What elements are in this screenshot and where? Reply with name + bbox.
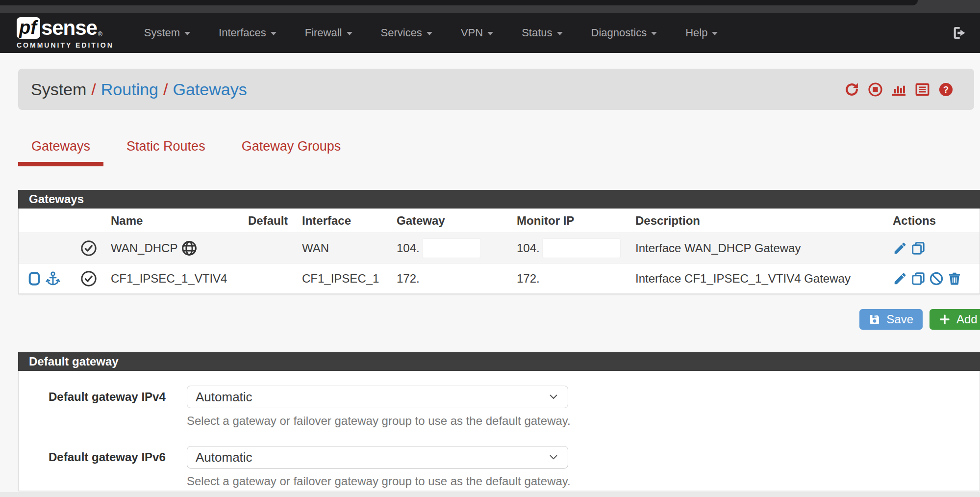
col-gateway: Gateway [392, 209, 512, 233]
logo-registered-mark: ® [98, 31, 102, 37]
nav-item-interfaces[interactable]: Interfaces [219, 26, 276, 39]
globe-icon [181, 240, 197, 256]
table-buttons-row: Save Add [0, 309, 980, 330]
col-leading [19, 209, 72, 233]
nav-item-diagnostics[interactable]: Diagnostics [591, 26, 657, 39]
square-icon[interactable] [28, 272, 40, 286]
col-monitor-ip: Monitor IP [512, 209, 630, 233]
pfsense-logo[interactable]: pf sense ® COMMUNITY EDITION [17, 17, 114, 49]
nav-item-label: Help [685, 26, 707, 39]
stop-icon[interactable] [868, 82, 883, 97]
ipv4-select-value: Automatic [196, 390, 252, 405]
nav-item-label: System [144, 26, 180, 39]
breadcrumb-action-icons: ? [844, 82, 961, 97]
col-actions: Actions [888, 209, 980, 233]
status-online-icon [80, 270, 97, 287]
nav-item-system[interactable]: System [144, 26, 190, 39]
save-button[interactable]: Save [859, 309, 923, 330]
ipv6-select-value: Automatic [196, 450, 252, 465]
tab-gateway-groups[interactable]: Gateway Groups [228, 132, 354, 166]
gateways-panel-title: Gateways [18, 190, 980, 209]
default-gateway-ipv6-select[interactable]: Automatic [187, 446, 568, 469]
col-description: Description [630, 209, 888, 233]
edit-icon[interactable] [893, 271, 907, 286]
nav-item-label: Firewall [305, 26, 342, 39]
monitor-ip: 104. [517, 241, 540, 255]
chart-icon[interactable] [891, 82, 906, 97]
nav-item-status[interactable]: Status [522, 26, 562, 39]
delete-icon[interactable] [947, 271, 962, 286]
redacted-ip-mask [543, 239, 620, 258]
nav-item-label: Interfaces [219, 26, 266, 39]
cell-name: WAN_DHCP [106, 233, 243, 263]
ipv6-label: Default gateway IPv6 [19, 446, 187, 491]
nav-item-vpn[interactable]: VPN [461, 26, 493, 39]
nav-item-help[interactable]: Help [685, 26, 718, 39]
breadcrumb-link-gateways[interactable]: Gateways [173, 80, 247, 99]
nav-item-services[interactable]: Services [381, 26, 432, 39]
breadcrumb-separator: / [91, 80, 96, 99]
edit-icon[interactable] [893, 241, 907, 256]
form-row-ipv4: Default gateway IPv4 Automatic Select a … [19, 371, 980, 431]
cell-monitor-ip: 104. [512, 233, 630, 263]
sign-out-icon[interactable] [952, 25, 967, 41]
gateways-panel: Gateways Name Default Interface Gateway … [18, 190, 980, 294]
cell-default [243, 233, 297, 263]
add-button-label: Add [956, 313, 978, 326]
cell-status [72, 263, 106, 294]
default-gateway-ipv4-select[interactable]: Automatic [187, 386, 568, 408]
gateway-ip: 104. [397, 241, 420, 255]
cell-actions [888, 233, 980, 263]
cell-monitor-ip: 172. [512, 263, 630, 294]
tab-gateways[interactable]: Gateways [18, 132, 103, 166]
form-row-ipv6: Default gateway IPv6 Automatic Select a … [19, 431, 980, 491]
col-name: Name [106, 209, 243, 233]
breadcrumb-bar: System / Routing / Gateways ? [18, 69, 974, 110]
chevron-down-icon [487, 32, 493, 35]
cell-description: Interface WAN_DHCP Gateway [630, 233, 888, 263]
cell-description: Interface CF1_IPSEC_1_VTIV4 Gateway [630, 263, 888, 294]
chevron-down-icon [184, 32, 190, 35]
redacted-ip-mask [423, 239, 480, 258]
logo-pf-box: pf [17, 17, 40, 39]
logo-edition-text: COMMUNITY EDITION [17, 42, 114, 49]
anchor-icon [45, 271, 61, 287]
window-bottom-edge [0, 492, 980, 497]
cell-name: CF1_IPSEC_1_VTIV4 [106, 263, 243, 294]
chevron-down-icon [347, 32, 352, 35]
cell-leading [19, 263, 72, 294]
nav-item-firewall[interactable]: Firewall [305, 26, 352, 39]
cell-interface: WAN [297, 233, 392, 263]
tab-static-routes[interactable]: Static Routes [113, 132, 219, 166]
chevron-down-icon [651, 32, 657, 35]
status-online-icon [80, 240, 97, 257]
plus-icon [939, 314, 951, 325]
chevron-down-icon [549, 454, 558, 460]
browser-tab [0, 0, 918, 5]
add-button[interactable]: Add [930, 309, 980, 330]
ipv4-help-text: Select a gateway or failover gateway gro… [187, 414, 980, 428]
browser-chrome [0, 0, 980, 13]
disable-icon[interactable] [929, 271, 944, 286]
chevron-down-icon [712, 32, 718, 35]
default-gateway-panel-title: Default gateway [18, 352, 980, 371]
log-icon[interactable] [915, 82, 930, 97]
chevron-down-icon [557, 32, 563, 35]
refresh-icon[interactable] [844, 82, 859, 97]
breadcrumb-link-routing[interactable]: Routing [101, 80, 158, 99]
help-icon[interactable]: ? [938, 82, 954, 97]
copy-icon[interactable] [911, 271, 926, 286]
nav-menu: System Interfaces Firewall Services VPN … [144, 26, 718, 39]
col-status [72, 209, 106, 233]
gateway-name: WAN_DHCP [111, 241, 177, 255]
col-default: Default [243, 209, 297, 233]
nav-item-label: VPN [461, 26, 483, 39]
save-icon [869, 314, 880, 325]
copy-icon[interactable] [911, 241, 926, 256]
ipv6-help-text: Select a gateway or failover gateway gro… [187, 474, 980, 488]
chevron-down-icon [427, 32, 432, 35]
logo-sense-text: sense [41, 18, 97, 38]
cell-leading [19, 233, 72, 263]
routing-tabs: Gateways Static Routes Gateway Groups [18, 132, 980, 166]
top-navbar: pf sense ® COMMUNITY EDITION System Inte… [0, 13, 980, 53]
